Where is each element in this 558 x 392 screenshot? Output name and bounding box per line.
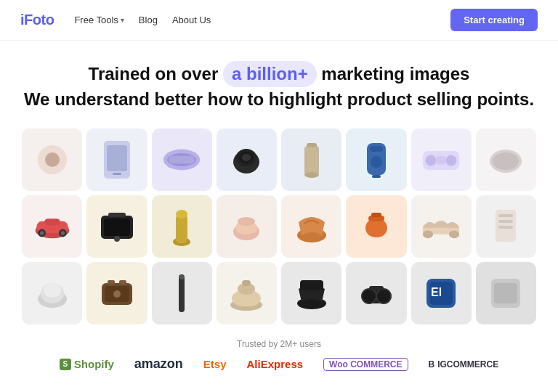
aliexpress-logo: AliExpress [247,358,304,370]
product-icon [357,140,396,179]
nav-about[interactable]: About Us [172,15,211,25]
product-cell [346,195,406,258]
svg-rect-52 [498,226,513,229]
product-icon [33,207,72,246]
svg-rect-31 [44,219,60,225]
svg-rect-3 [107,145,127,171]
svg-point-11 [242,154,251,161]
product-icon [33,140,72,179]
svg-point-48 [449,231,459,239]
hero-line1: Trained on over a billion+ marketing ima… [89,64,470,83]
product-cell [86,128,147,191]
svg-rect-16 [370,146,383,152]
svg-text:El: El [431,286,442,298]
product-icon [292,207,331,246]
svg-rect-4 [113,173,121,175]
product-icon [486,140,525,179]
product-cell [152,128,212,191]
product-cell [476,128,536,191]
svg-rect-59 [119,280,126,285]
product-icon [357,274,396,313]
svg-point-70 [362,289,376,303]
svg-rect-22 [437,157,446,165]
product-icon [227,140,266,179]
svg-point-1 [45,152,60,167]
product-icon [357,207,396,246]
product-cell [152,262,212,324]
svg-rect-51 [498,220,513,223]
product-cell [411,195,472,258]
product-icon [227,207,266,246]
nav-free-tools[interactable]: Free Tools ▾ [74,15,124,25]
product-cell [346,128,406,191]
shopify-logo: S Shopify [60,358,114,370]
woocommerce-logo: Woo COMMERCE [323,358,408,371]
trust-logos: S Shopify amazon Etsy AliExpress Woo COM… [15,356,543,372]
product-cell [346,262,406,324]
product-cell [152,195,212,258]
product-grid: El [0,121,558,332]
product-icon [162,140,201,179]
start-creating-button[interactable]: Start creating [450,9,538,31]
svg-rect-7 [169,156,195,164]
svg-rect-13 [307,143,317,147]
product-cell [217,195,277,258]
svg-rect-50 [498,214,513,217]
product-icon [33,274,72,313]
product-icon [421,140,461,179]
product-icon [421,207,461,246]
hero-title: Trained on over a billion+ marketing ima… [15,61,543,111]
svg-point-21 [446,155,457,166]
product-cell [22,195,82,258]
shopify-icon: S [60,359,71,370]
product-cell [281,128,341,191]
svg-point-30 [60,231,64,234]
svg-point-62 [179,275,185,279]
hero-line2: We understand better how to highlight pr… [24,89,534,109]
svg-rect-77 [494,283,517,303]
product-icon [162,274,201,313]
navigation: iFoto Free Tools ▾ Blog About Us Start c… [0,0,558,41]
product-icon [97,140,137,179]
product-icon [486,274,525,313]
svg-rect-66 [242,280,251,286]
svg-point-60 [113,290,121,298]
highlight-pill: a billion+ [223,61,317,87]
product-cell [281,262,341,324]
svg-rect-61 [179,274,185,312]
product-icon [162,207,201,246]
product-icon [486,207,525,246]
product-cell [22,128,82,191]
logo[interactable]: iFoto [20,12,54,28]
product-icon [292,274,331,313]
svg-point-17 [371,156,382,168]
svg-rect-72 [369,286,384,290]
product-cell [217,262,277,324]
product-cell [86,262,147,324]
trust-section: Trusted by 2M+ users S Shopify amazon Et… [0,332,558,376]
svg-point-47 [423,231,433,239]
svg-point-28 [40,231,44,234]
svg-point-24 [493,152,519,170]
product-cell [281,195,341,258]
svg-rect-33 [104,219,130,236]
product-icon: El [421,274,461,313]
product-cell [217,128,277,191]
svg-point-14 [304,172,319,178]
chevron-down-icon: ▾ [121,16,124,24]
etsy-logo: Etsy [203,358,227,370]
nav-links: Free Tools ▾ Blog About Us [74,15,450,25]
svg-point-71 [376,289,391,303]
svg-point-55 [44,283,61,298]
svg-rect-34 [108,213,126,217]
svg-rect-68 [300,280,323,290]
product-cell [411,128,472,191]
svg-point-20 [426,155,437,166]
product-icon [227,274,266,313]
svg-point-41 [238,217,255,226]
svg-rect-12 [304,146,319,175]
svg-rect-58 [108,280,115,285]
product-icon [292,140,331,179]
nav-blog[interactable]: Blog [139,15,158,25]
bigcommerce-logo: BIGCOMMERCE [429,359,499,369]
